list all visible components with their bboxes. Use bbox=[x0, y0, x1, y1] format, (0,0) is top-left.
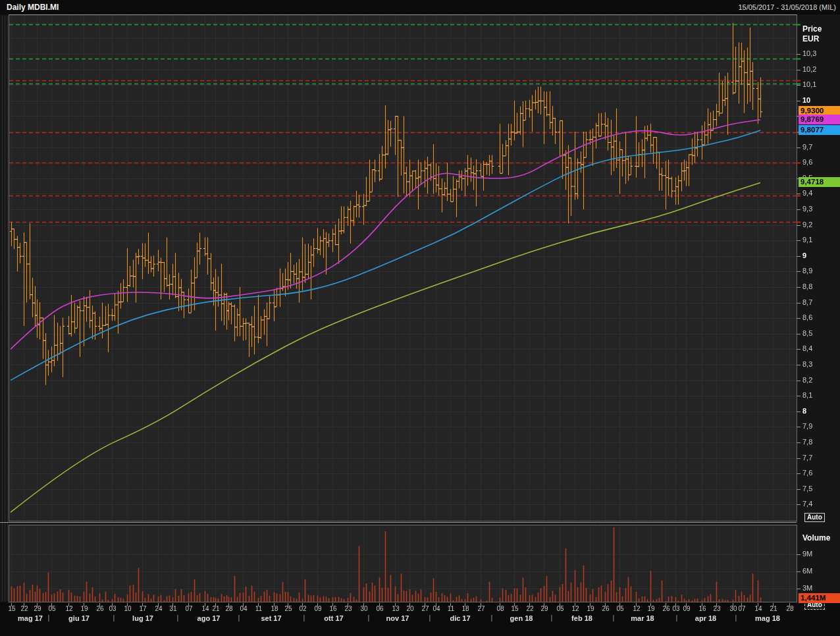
chart-window: Daily MDBI.MI 15/05/2017 - 31/05/2018 (M… bbox=[0, 0, 840, 636]
x-axis-month-separator: | bbox=[303, 614, 305, 622]
price-tick-label: 8,2 bbox=[802, 376, 812, 384]
price-tick-label: 9,7 bbox=[802, 143, 812, 151]
x-axis-day-label: 23 bbox=[713, 605, 720, 612]
ma-fast-tag: 9,8769 bbox=[799, 115, 840, 124]
price-tick-label: 9,1 bbox=[802, 236, 812, 244]
x-axis-month-separator: | bbox=[613, 614, 615, 622]
price-tick-label: 7,5 bbox=[802, 485, 812, 492]
x-axis-day-label: 08 bbox=[496, 605, 504, 612]
x-axis-month-label: mar 18 bbox=[631, 614, 654, 622]
x-axis-day-label: 28 bbox=[225, 605, 232, 612]
x-axis-day-label: 18 bbox=[461, 605, 469, 612]
x-axis-month-label: set 17 bbox=[261, 614, 281, 622]
x-axis-day-label: 15 bbox=[8, 605, 15, 612]
price-tick-label: 10,2 bbox=[802, 65, 816, 73]
volume-axis-title: Volume bbox=[802, 533, 830, 543]
x-axis-day-label: 05 bbox=[616, 605, 623, 612]
price-tick-label: 8,6 bbox=[802, 313, 812, 321]
x-axis-day-label: 24 bbox=[155, 605, 162, 612]
x-axis-day-label: 23 bbox=[344, 605, 352, 612]
price-tick-label: 10,3 bbox=[802, 49, 816, 57]
price-tick-label: 9,6 bbox=[802, 158, 812, 166]
x-axis-day-label: 09 bbox=[683, 605, 690, 612]
price-tick-label: 8,8 bbox=[802, 282, 812, 290]
volume-tick-label: 9M bbox=[802, 550, 812, 558]
x-axis-day-label: 22 bbox=[526, 605, 533, 612]
x-axis-day-label: 16 bbox=[698, 605, 706, 612]
x-axis-month-separator: | bbox=[676, 614, 678, 622]
x-axis-day-label: 15 bbox=[511, 605, 518, 612]
x-axis-day-label: 11 bbox=[448, 605, 454, 612]
x-axis-month-separator: | bbox=[177, 614, 179, 622]
x-axis-day-label: 21 bbox=[770, 605, 777, 612]
x-axis-month-separator: | bbox=[735, 614, 737, 622]
price-tick-label: 8,5 bbox=[802, 329, 812, 337]
x-axis-day-label: 30 bbox=[729, 605, 737, 612]
x-axis-day-label: 29 bbox=[34, 605, 41, 612]
ma-slow-tag: 9,4718 bbox=[799, 177, 840, 187]
x-axis-day-label: 31 bbox=[169, 605, 176, 612]
x-axis-month-label: feb 18 bbox=[571, 614, 592, 622]
price-axis-auto-button[interactable]: Auto bbox=[804, 513, 825, 522]
x-axis-month-label: giu 17 bbox=[68, 614, 90, 622]
x-axis-month-label: gen 18 bbox=[510, 614, 533, 622]
price-tick-label: 7,6 bbox=[802, 469, 812, 477]
x-axis-month-label: apr 18 bbox=[695, 614, 716, 622]
x-axis-month-separator: | bbox=[491, 614, 493, 622]
x-axis-day-label: 04 bbox=[433, 605, 440, 612]
price-axis-title-line2: EUR bbox=[802, 34, 822, 44]
x-axis-day-label: 21 bbox=[212, 605, 219, 612]
x-axis-day-label: 14 bbox=[754, 605, 762, 612]
ma-mid-tag: 9,8077 bbox=[799, 125, 840, 135]
price-tick-label: 8,9 bbox=[802, 267, 812, 275]
price-tick-label: 8,3 bbox=[802, 360, 812, 368]
x-axis-month-separator: | bbox=[368, 614, 370, 622]
x-axis-day-label: 29 bbox=[540, 605, 548, 612]
x-axis-day-label: 25 bbox=[284, 605, 292, 612]
price-axis-title-line1: Price bbox=[802, 24, 822, 34]
x-axis-day-label: 28 bbox=[786, 605, 793, 612]
price-axis-title: Price EUR bbox=[802, 24, 822, 44]
x-axis-month-separator: | bbox=[551, 614, 553, 622]
x-axis-day-label: 05 bbox=[48, 605, 55, 612]
x-axis-day-label: 12 bbox=[571, 605, 579, 612]
date-range: 15/05/2017 - 31/05/2018 (MIL) bbox=[738, 0, 836, 14]
x-axis-day-label: 12 bbox=[633, 605, 640, 612]
x-axis-day-label: 26 bbox=[662, 605, 669, 612]
chart-plot-canvas[interactable] bbox=[0, 0, 840, 636]
x-axis-day-label: 02 bbox=[299, 605, 306, 612]
x-axis-month-separator: | bbox=[113, 614, 115, 622]
x-axis-day-label: 19 bbox=[80, 605, 88, 612]
x-axis-day-label: 07 bbox=[185, 605, 192, 612]
x-axis-day-label: 18 bbox=[271, 605, 278, 612]
price-tick-label: 7,7 bbox=[802, 454, 812, 462]
x-axis-day-label: 19 bbox=[647, 605, 654, 612]
price-tick-label: 9 bbox=[802, 252, 806, 259]
x-axis-day-label: 14 bbox=[201, 605, 209, 612]
price-tick-label: 7,8 bbox=[802, 438, 812, 446]
price-tick-label: 7,9 bbox=[802, 422, 812, 430]
price-tick-label: 9,2 bbox=[802, 221, 812, 228]
x-axis-day-label: 05 bbox=[556, 605, 564, 612]
x-axis-month-label: ago 17 bbox=[197, 614, 221, 622]
x-axis-month-label: dic 17 bbox=[450, 614, 470, 622]
x-axis-day-label: 07 bbox=[738, 605, 745, 612]
price-tick-label: 9,3 bbox=[802, 205, 812, 213]
price-tick-label: 8,7 bbox=[802, 298, 812, 306]
x-axis-day-label: 03 bbox=[672, 605, 679, 612]
volume-tick-label: 6M bbox=[802, 567, 812, 575]
x-axis-month-separator: | bbox=[48, 614, 50, 622]
x-axis-day-label: 27 bbox=[421, 605, 429, 612]
x-axis-day-label: 17 bbox=[139, 605, 146, 612]
x-axis-month-label: mag 18 bbox=[755, 614, 780, 622]
x-axis-day-label: 09 bbox=[314, 605, 321, 612]
x-axis-day-label: 11 bbox=[255, 605, 262, 612]
price-tick-label: 8,1 bbox=[802, 391, 812, 399]
x-axis-day-label: 22 bbox=[20, 605, 28, 612]
price-tick-label: 8,4 bbox=[802, 344, 812, 352]
x-axis-day-label: 19 bbox=[587, 605, 594, 612]
x-axis-day-label: 20 bbox=[406, 605, 413, 612]
chart-title-bar: Daily MDBI.MI 15/05/2017 - 31/05/2018 (M… bbox=[0, 0, 840, 14]
volume-tick-label: 3M bbox=[802, 584, 812, 592]
x-axis-day-label: 12 bbox=[65, 605, 72, 612]
